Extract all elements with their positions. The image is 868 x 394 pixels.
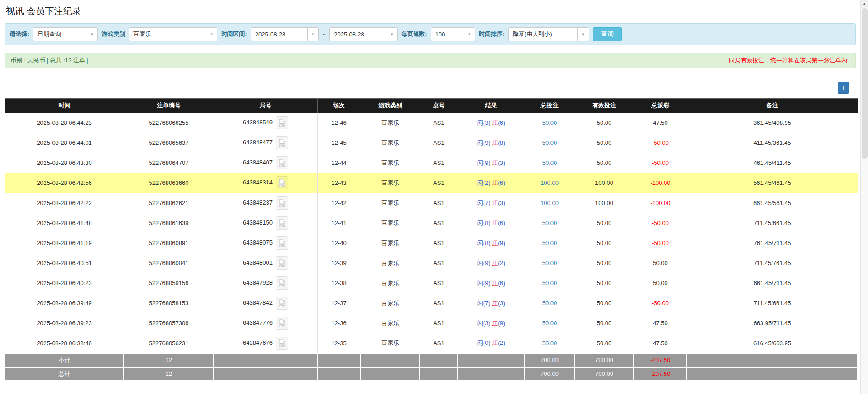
cell-valid-bet: 50.00 [575, 213, 634, 233]
video-icon[interactable] [276, 256, 288, 270]
table-row: 2025-08-28 06:43:30522768064707643848407… [5, 153, 858, 173]
footer-empty [458, 353, 525, 367]
cell-result: 闲(9) 庄(3) [458, 153, 525, 173]
total-bet-link[interactable]: 50.00 [542, 240, 557, 246]
payout-value: -50.00 [652, 159, 669, 166]
total-bet-link[interactable]: 50.00 [542, 340, 557, 347]
footer-empty [361, 367, 420, 381]
header-remark: 备注 [687, 99, 858, 113]
round-id-text: 643848407 [243, 159, 273, 166]
video-icon[interactable] [276, 156, 288, 169]
video-icon[interactable] [276, 276, 288, 290]
cell-session: 12-39 [317, 253, 361, 273]
table-row: 2025-08-28 06:41:19522768060891643848075… [5, 233, 858, 253]
cell-round-id: 643848549 [214, 113, 317, 133]
chevron-down-icon[interactable]: ▼ [577, 28, 589, 41]
cell-result: 闲(0) 庄(2) [458, 333, 525, 353]
cell-total-bet: 50.00 [525, 253, 575, 273]
total-bet-link[interactable]: 50.00 [542, 320, 557, 327]
cell-total-payout: 50.00 [634, 253, 687, 273]
result-player: 闲(9) [477, 260, 490, 266]
scrollbar-thumb[interactable] [862, 8, 868, 159]
range-separator: ~ [323, 31, 326, 38]
result-player: 闲(2) [477, 179, 490, 186]
cell-remark: 663.95/711.45 [687, 313, 858, 333]
cell-remark: 561.45/461.45 [687, 173, 858, 193]
game-category-value: 百家乐 [129, 28, 206, 41]
header-game-category: 游戏类别 [361, 99, 420, 113]
cell-session: 12-37 [317, 293, 361, 313]
video-icon[interactable] [276, 176, 288, 189]
total-bet-link[interactable]: 50.00 [542, 220, 557, 226]
total-bet-link[interactable]: 50.00 [542, 119, 557, 126]
payout-value: -50.00 [652, 139, 669, 146]
cell-total-bet: 50.00 [525, 293, 575, 313]
video-icon[interactable] [276, 216, 288, 230]
video-icon[interactable] [276, 317, 288, 330]
video-icon[interactable] [276, 136, 288, 149]
cell-time: 2025-08-28 06:41:48 [5, 213, 124, 233]
footer-total-payout: -207.50 [634, 353, 687, 367]
cell-bet-id: 522768060041 [124, 253, 214, 273]
total-bet-link[interactable]: 100.00 [540, 179, 559, 186]
cell-game-category: 百家乐 [361, 133, 420, 153]
result-player: 闲(9) [477, 280, 490, 287]
cell-table-no: AS1 [420, 253, 458, 273]
table-footer: 小计12700.00700.00-207.50总计12700.00700.00-… [5, 353, 858, 381]
total-bet-link[interactable]: 50.00 [542, 139, 557, 146]
cell-game-category: 百家乐 [361, 333, 420, 353]
scrollbar[interactable]: ▲ [860, 0, 868, 394]
video-icon[interactable] [276, 297, 288, 310]
cell-remark: 616.45/663.95 [687, 333, 858, 353]
payout-value: 47.50 [653, 119, 668, 126]
date-to-value: 2025-08-28 [330, 28, 386, 41]
search-button[interactable]: 查询 [593, 27, 622, 41]
result-banker: 庄(2) [492, 339, 505, 346]
cell-game-category: 百家乐 [361, 213, 420, 233]
result-banker: 庄(3) [492, 300, 505, 307]
result-player: 闲(8) [477, 240, 490, 246]
page-1-button[interactable]: 1 [838, 82, 849, 94]
video-icon[interactable] [276, 196, 288, 210]
result-banker: 庄(3) [492, 159, 505, 166]
date-to-input[interactable]: 2025-08-28 ▼ [329, 27, 398, 41]
cell-table-no: AS1 [420, 193, 458, 213]
chevron-down-icon[interactable]: ▼ [307, 28, 318, 41]
cell-session: 12-35 [317, 333, 361, 353]
header-total-bet: 总投注 [525, 99, 575, 113]
payout-value: -50.00 [652, 300, 669, 307]
video-icon[interactable] [276, 236, 288, 250]
cell-remark: 761.45/711.45 [687, 233, 858, 253]
scroll-up-icon[interactable]: ▲ [861, 0, 868, 8]
video-icon[interactable] [276, 116, 288, 129]
cell-time: 2025-08-28 06:38:46 [5, 333, 124, 353]
total-bet-link[interactable]: 50.00 [542, 300, 557, 307]
cell-bet-id: 522768059156 [124, 273, 214, 293]
time-sort-select[interactable]: 降幂(由大到小) ▼ [508, 27, 589, 41]
chevron-down-icon[interactable]: ▼ [86, 28, 97, 41]
cell-total-payout: -50.00 [634, 233, 687, 253]
game-category-select[interactable]: 百家乐 ▼ [129, 27, 217, 41]
result-banker: 庄(2) [492, 260, 505, 266]
cell-valid-bet: 50.00 [575, 113, 634, 133]
total-bet-link[interactable]: 50.00 [542, 159, 557, 166]
query-type-select[interactable]: 日期查询 ▼ [33, 27, 98, 41]
cell-round-id: 643847676 [214, 333, 317, 353]
chevron-down-icon[interactable]: ▼ [464, 28, 475, 41]
total-bet-link[interactable]: 50.00 [542, 280, 557, 287]
cell-result: 闲(7) 庄(3) [458, 193, 525, 213]
cell-table-no: AS1 [420, 333, 458, 353]
per-page-label: 每页笔数: [401, 30, 427, 38]
table-body: 2025-08-28 06:44:23522768066255643848549… [5, 113, 858, 353]
footer-valid-bet: 700.00 [575, 367, 634, 381]
total-bet-link[interactable]: 100.00 [540, 200, 559, 206]
table-row: 2025-08-28 06:39:49522768058153643847842… [5, 293, 858, 313]
video-icon[interactable] [276, 337, 288, 350]
total-bet-link[interactable]: 50.00 [542, 260, 557, 266]
round-id-text: 643848001 [243, 259, 273, 266]
round-id-text: 643848549 [243, 119, 273, 126]
chevron-down-icon[interactable]: ▼ [386, 28, 397, 41]
date-from-input[interactable]: 2025-08-28 ▼ [251, 27, 319, 41]
chevron-down-icon[interactable]: ▼ [206, 28, 217, 41]
per-page-select[interactable]: 100 ▼ [431, 27, 475, 41]
